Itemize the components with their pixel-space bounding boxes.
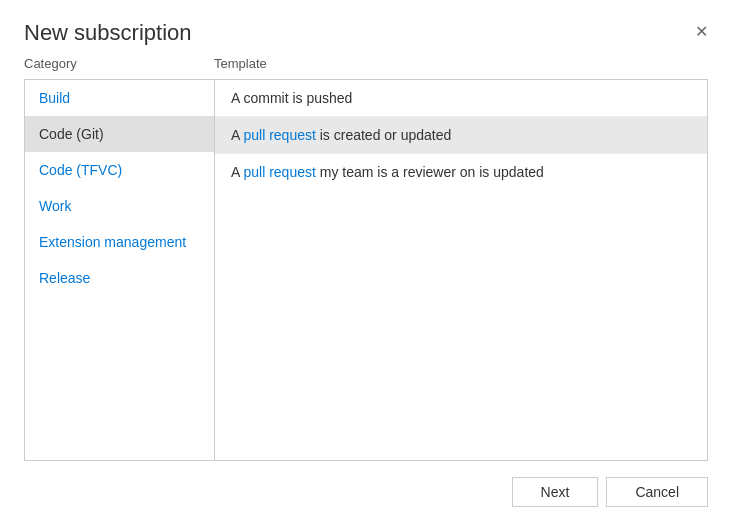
close-button[interactable]: ✕ bbox=[695, 24, 708, 40]
category-column-header: Category bbox=[24, 56, 214, 71]
dialog-title: New subscription bbox=[24, 20, 192, 46]
template-column-header: Template bbox=[214, 56, 708, 71]
category-item-code-tfvc[interactable]: Code (TFVC) bbox=[25, 152, 214, 188]
new-subscription-dialog: New subscription ✕ Category Template Bui… bbox=[0, 0, 732, 523]
template-item-pull-request-created[interactable]: A pull request is created or updated bbox=[215, 117, 707, 154]
next-button[interactable]: Next bbox=[512, 477, 599, 507]
category-list: BuildCode (Git)Code (TFVC)WorkExtension … bbox=[25, 80, 215, 460]
template-item-pull-request-reviewer[interactable]: A pull request my team is a reviewer on … bbox=[215, 154, 707, 190]
template-item-commit-pushed[interactable]: A commit is pushed bbox=[215, 80, 707, 117]
category-item-release[interactable]: Release bbox=[25, 260, 214, 296]
dialog-body: Category Template BuildCode (Git)Code (T… bbox=[0, 56, 732, 461]
dialog-footer: Next Cancel bbox=[0, 461, 732, 523]
category-item-work[interactable]: Work bbox=[25, 188, 214, 224]
columns-content: BuildCode (Git)Code (TFVC)WorkExtension … bbox=[24, 79, 708, 461]
category-item-build[interactable]: Build bbox=[25, 80, 214, 116]
cancel-button[interactable]: Cancel bbox=[606, 477, 708, 507]
columns-header: Category Template bbox=[24, 56, 708, 71]
category-item-code-git[interactable]: Code (Git) bbox=[25, 116, 214, 152]
category-item-extension-management[interactable]: Extension management bbox=[25, 224, 214, 260]
template-list: A commit is pushedA pull request is crea… bbox=[215, 80, 707, 460]
dialog-header: New subscription ✕ bbox=[0, 0, 732, 56]
